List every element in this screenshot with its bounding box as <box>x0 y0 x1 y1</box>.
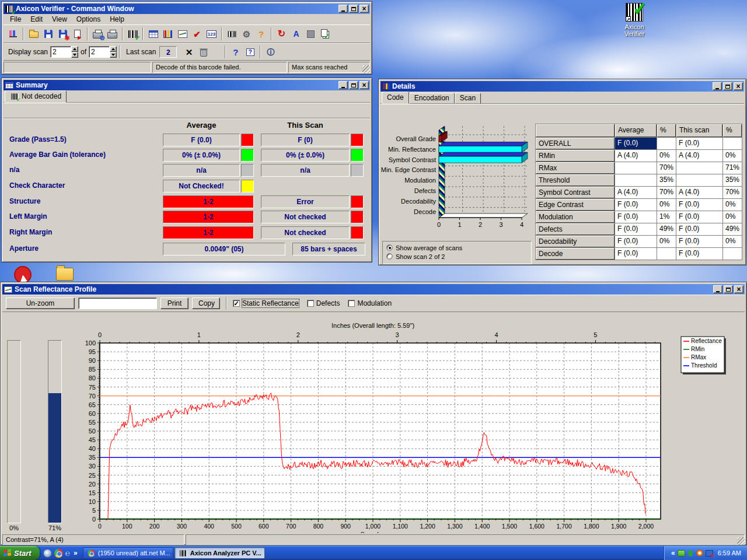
menu-item-options[interactable]: Options <box>72 15 104 24</box>
details-cell[interactable]: F (0.0) <box>615 199 657 211</box>
verify-barcode-button[interactable]: ✓ <box>125 27 140 41</box>
help-button[interactable]: ? <box>228 45 243 60</box>
details-cell[interactable]: F (0.0) <box>615 138 657 149</box>
menu-item-edit[interactable]: Edit <box>26 15 47 24</box>
tray-orange-app-icon[interactable] <box>696 550 703 556</box>
tray-network-error-icon[interactable] <box>706 550 713 556</box>
desktop-shortcut-axicon-verifier[interactable]: ✓ ↗ Axicon Verifier <box>614 3 655 37</box>
total-scans-input[interactable] <box>89 46 110 58</box>
details-row-label[interactable]: OVERALL <box>536 138 615 149</box>
details-cell[interactable]: F (0.0) <box>676 199 722 211</box>
details-cell[interactable]: A (4.0) <box>615 187 657 198</box>
details-cell[interactable] <box>676 174 722 186</box>
menu-item-file[interactable]: File <box>6 15 25 24</box>
maximize-button[interactable] <box>723 82 732 90</box>
details-chart-button[interactable] <box>160 27 175 41</box>
details-cell[interactable] <box>657 138 676 149</box>
help-orange-button[interactable]: ? <box>254 27 268 41</box>
checkbox-static-reflectance[interactable]: ✓Static Reflectance <box>233 299 299 307</box>
details-row-label[interactable]: Defects <box>536 223 615 235</box>
profile-chart-button[interactable] <box>175 27 190 41</box>
display-scan-input[interactable] <box>50 46 71 58</box>
details-cell[interactable]: 0% <box>723 150 742 162</box>
unzoom-button[interactable]: Un-zoom <box>6 298 75 309</box>
desktop-icon-folder[interactable] <box>56 268 74 281</box>
details-window-titlebar[interactable]: Details × <box>381 81 744 92</box>
trash-button[interactable] <box>196 45 211 60</box>
minimize-button[interactable] <box>713 82 722 90</box>
reflectance-window-titlebar[interactable]: Scan Reflectance Profile × <box>2 284 745 295</box>
details-cell[interactable]: 0% <box>723 236 742 247</box>
details-cell[interactable]: 0% <box>657 150 676 162</box>
task-button-active[interactable]: Axicon Analyzer PC V... <box>174 547 265 559</box>
total-scans-down-icon[interactable] <box>110 52 117 58</box>
minimize-button[interactable] <box>338 81 348 89</box>
tray-battery-icon[interactable] <box>678 550 685 556</box>
quicklaunch-browser-icon[interactable]: ℮ <box>65 549 70 558</box>
tools-button[interactable]: ⚙ <box>239 27 254 41</box>
total-scans-up-icon[interactable] <box>110 46 117 52</box>
details-cell[interactable]: 35% <box>723 174 742 186</box>
details-row-label[interactable]: Decodability <box>536 236 615 247</box>
details-cell[interactable]: F (0.0) <box>676 211 722 223</box>
context-help-button[interactable]: ? <box>243 45 257 60</box>
details-cell[interactable] <box>615 174 657 186</box>
details-cell[interactable]: 35% <box>657 174 676 186</box>
summary-window-titlebar[interactable]: Summary × <box>4 80 370 90</box>
save-button[interactable] <box>41 27 55 41</box>
details-cell[interactable] <box>657 248 676 260</box>
close-button[interactable]: × <box>359 5 369 13</box>
export-button[interactable]: ► <box>70 27 85 41</box>
batch-pages-button[interactable]: ✓ <box>318 27 333 41</box>
device-button[interactable] <box>6 27 20 41</box>
desktop-icon-red[interactable] <box>14 266 32 284</box>
resize-grip[interactable] <box>362 65 370 73</box>
reset-button[interactable]: ↻ <box>274 27 289 41</box>
details-row-label[interactable]: Symbol Contrast <box>536 187 615 198</box>
minimize-button[interactable] <box>338 5 348 13</box>
summary-grid-button[interactable] <box>146 27 160 41</box>
task-button-inactive[interactable]: (1950 unread) att.net M... <box>83 547 173 559</box>
start-button[interactable]: Start <box>0 546 40 560</box>
details-row-label[interactable]: Decode <box>536 248 615 260</box>
maximize-button[interactable] <box>349 81 358 89</box>
details-cell[interactable]: 49% <box>723 223 742 235</box>
menu-item-help[interactable]: Help <box>106 15 128 24</box>
open-button[interactable] <box>26 27 41 41</box>
details-row-label[interactable]: Threshold <box>536 174 615 186</box>
print-button[interactable] <box>105 27 120 41</box>
print-setup-button[interactable]: ⚙ <box>90 27 105 41</box>
tab-encodation[interactable]: Encodation <box>409 93 455 104</box>
details-cell[interactable]: 0% <box>657 236 676 247</box>
tray-plant-icon[interactable] <box>687 550 694 556</box>
quicklaunch-chrome-icon[interactable] <box>54 549 63 558</box>
details-cell[interactable]: 1% <box>657 211 676 223</box>
maximize-button[interactable] <box>724 285 733 293</box>
font-button[interactable]: A <box>289 27 303 41</box>
info-button[interactable]: ⓘ <box>263 45 278 60</box>
quicklaunch-disc-icon[interactable] <box>43 549 52 558</box>
details-cell[interactable] <box>723 138 742 149</box>
details-cell[interactable]: 70% <box>723 187 742 198</box>
minimize-button[interactable] <box>713 285 722 293</box>
details-row-label[interactable]: RMin <box>536 150 615 162</box>
command-window-titlebar[interactable]: ✓ Axicon Verifier - Command Window × <box>4 4 370 14</box>
details-cell[interactable]: 0% <box>723 211 742 223</box>
details-row-label[interactable]: RMax <box>536 162 615 174</box>
tab-scan[interactable]: Scan <box>455 93 481 104</box>
display-scan-up-icon[interactable] <box>71 46 78 52</box>
details-cell[interactable]: F (0.0) <box>615 211 657 223</box>
details-cell[interactable]: A (4.0) <box>676 150 722 162</box>
details-cell[interactable]: F (0.0) <box>676 248 722 260</box>
copy-button[interactable]: Copy <box>192 298 220 309</box>
quicklaunch-overflow-chevron-icon[interactable]: » <box>72 549 79 557</box>
details-row-label[interactable]: Edge Contrast <box>536 199 615 211</box>
details-cell[interactable] <box>676 162 722 174</box>
details-cell[interactable]: 71% <box>723 162 742 174</box>
maximize-button[interactable] <box>349 5 358 13</box>
profile-text-field[interactable] <box>78 298 157 309</box>
details-cell[interactable]: F (0.0) <box>676 223 722 235</box>
details-cell[interactable]: F (0.0) <box>676 138 722 149</box>
radio-option-1[interactable]: Show average of scans <box>386 243 528 252</box>
stop-button[interactable] <box>303 27 318 41</box>
